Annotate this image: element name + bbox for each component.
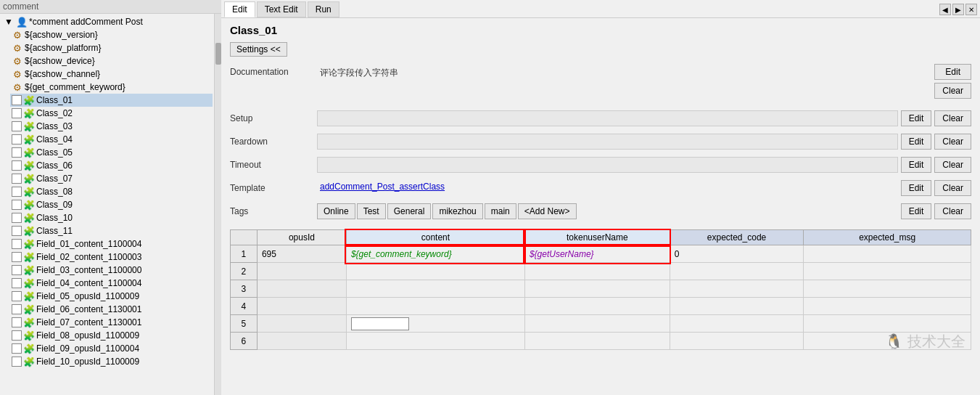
sidebar-item-class04[interactable]: 🧩 Class_04 [10,133,213,146]
cell-content-2[interactable] [346,263,524,280]
template-clear-button[interactable]: Clear [934,180,971,196]
sidebar-scrollbar[interactable] [214,14,221,395]
cell-content-5-input[interactable] [351,317,409,330]
cell-content-4[interactable] [346,298,524,315]
cell-expected-msg-3[interactable] [804,280,971,298]
tab-nav-close[interactable]: ✕ [965,4,977,15]
template-link[interactable]: addComment_Post_assertClass [317,180,898,193]
checkbox-class09[interactable] [12,200,22,210]
setup-edit-button[interactable]: Edit [901,110,932,126]
sidebar-item-class02[interactable]: 🧩 Class_02 [10,107,213,120]
checkbox-class01[interactable] [12,95,22,105]
tag-general[interactable]: General [387,203,432,219]
cell-tokenusername-4[interactable] [524,298,670,315]
cell-opusid-1[interactable]: 695 [257,245,346,263]
cell-content-3[interactable] [346,280,524,298]
tab-run[interactable]: Run [308,1,339,17]
cell-expected-code-3[interactable] [670,280,804,298]
cell-expected-code-1[interactable]: 0 [670,245,804,263]
cell-opusid-2[interactable] [257,263,346,280]
tags-clear-button[interactable]: Clear [934,203,971,219]
checkbox-class06[interactable] [12,160,22,171]
timeout-edit-button[interactable]: Edit [901,157,932,173]
cell-expected-msg-6[interactable] [804,333,971,350]
checkbox-field01[interactable] [12,239,22,249]
sidebar-item-class09[interactable]: 🧩 Class_09 [10,198,213,211]
sidebar-item-class10[interactable]: 🧩 Class_10 [10,211,213,224]
sidebar-item-acshow-channel[interactable]: ⚙ ${acshow_channel} [10,68,213,81]
cell-tokenusername-5[interactable] [524,315,670,333]
tab-nav-prev[interactable]: ◀ [939,4,951,15]
sidebar-item-class05[interactable]: 🧩 Class_05 [10,146,213,159]
cell-opusid-5[interactable] [257,315,346,333]
sidebar-item-field05[interactable]: 🧩 Field_05_opusId_1100009 [10,290,213,303]
teardown-edit-button[interactable]: Edit [901,134,932,150]
timeout-clear-button[interactable]: Clear [934,157,971,173]
checkbox-class04[interactable] [12,134,22,144]
cell-tokenusername-1[interactable]: ${getUserName} [524,245,670,263]
tab-text-edit[interactable]: Text Edit [257,1,306,17]
cell-expected-code-5[interactable] [670,315,804,333]
sidebar-item-field10[interactable]: 🧩 Field_10_opusId_1100009 [10,355,213,368]
sidebar-scroll-thumb[interactable] [215,43,221,65]
settings-button[interactable]: Settings << [230,42,287,57]
sidebar-item-field03[interactable]: 🧩 Field_03_content_1100000 [10,264,213,277]
checkbox-class10[interactable] [12,213,22,223]
documentation-edit-button[interactable]: Edit [934,64,971,80]
cell-content-6[interactable] [346,333,524,350]
cell-opusid-4[interactable] [257,298,346,315]
timeout-input[interactable] [317,157,898,173]
sidebar-item-class03[interactable]: 🧩 Class_03 [10,120,213,133]
sidebar-item-get-comment-keyword[interactable]: ⚙ ${get_comment_keyword} [10,81,213,94]
checkbox-field09[interactable] [12,343,22,354]
checkbox-field02[interactable] [12,252,22,262]
sidebar-item-field07[interactable]: 🧩 Field_07_content_1130001 [10,316,213,329]
sidebar-item-class11[interactable]: 🧩 Class_11 [10,224,213,237]
cell-opusid-3[interactable] [257,280,346,298]
tag-main[interactable]: main [485,203,516,219]
sidebar-item-field04[interactable]: 🧩 Field_04_content_1100004 [10,277,213,290]
sidebar-item-acshow-device[interactable]: ⚙ ${acshow_device} [10,54,213,68]
cell-expected-msg-5[interactable] [804,315,971,333]
sidebar-item-acshow-version[interactable]: ⚙ ${acshow_version} [10,28,213,41]
checkbox-class11[interactable] [12,226,22,236]
setup-clear-button[interactable]: Clear [934,110,971,126]
cell-expected-code-6[interactable] [670,333,804,350]
checkbox-class03[interactable] [12,121,22,131]
cell-content-1[interactable]: ${get_comment_keyword} [346,245,524,263]
checkbox-class05[interactable] [12,147,22,158]
cell-tokenusername-3[interactable] [524,280,670,298]
setup-input[interactable] [317,110,898,126]
teardown-input[interactable] [317,134,898,150]
cell-expected-code-4[interactable] [670,298,804,315]
tab-nav-next[interactable]: ▶ [952,4,964,15]
tag-mikezhou[interactable]: mikezhou [432,203,482,219]
tags-edit-button[interactable]: Edit [901,203,932,219]
tab-edit[interactable]: Edit [224,1,255,17]
checkbox-field04[interactable] [12,278,22,288]
sidebar-item-field01[interactable]: 🧩 Field_01_content_1100004 [10,237,213,251]
tag-online[interactable]: Online [317,203,355,219]
tag-add-new[interactable]: <Add New> [518,203,577,219]
cell-expected-msg-2[interactable] [804,263,971,280]
sidebar-item-field08[interactable]: 🧩 Field_08_opusId_1100009 [10,329,213,342]
sidebar-item-field09[interactable]: 🧩 Field_09_opusId_1100004 [10,342,213,355]
template-edit-button[interactable]: Edit [901,180,932,196]
sidebar-item-acshow-platform[interactable]: ⚙ ${acshow_platform} [10,41,213,54]
sidebar-item-class07[interactable]: 🧩 Class_07 [10,172,213,185]
cell-expected-msg-1[interactable] [804,245,971,263]
checkbox-class02[interactable] [12,108,22,118]
checkbox-class07[interactable] [12,174,22,184]
checkbox-field08[interactable] [12,330,22,341]
cell-tokenusername-6[interactable] [524,333,670,350]
sidebar-item-field06[interactable]: 🧩 Field_06_content_1130001 [10,303,213,316]
checkbox-field07[interactable] [12,317,22,327]
sidebar-item-class06[interactable]: 🧩 Class_06 [10,159,213,172]
checkbox-class08[interactable] [12,187,22,197]
checkbox-field03[interactable] [12,265,22,275]
sidebar-item-field02[interactable]: 🧩 Field_02_content_1100003 [10,251,213,264]
checkbox-field05[interactable] [12,291,22,301]
documentation-clear-button[interactable]: Clear [934,83,971,99]
checkbox-field10[interactable] [12,357,22,367]
tag-test[interactable]: Test [357,203,386,219]
